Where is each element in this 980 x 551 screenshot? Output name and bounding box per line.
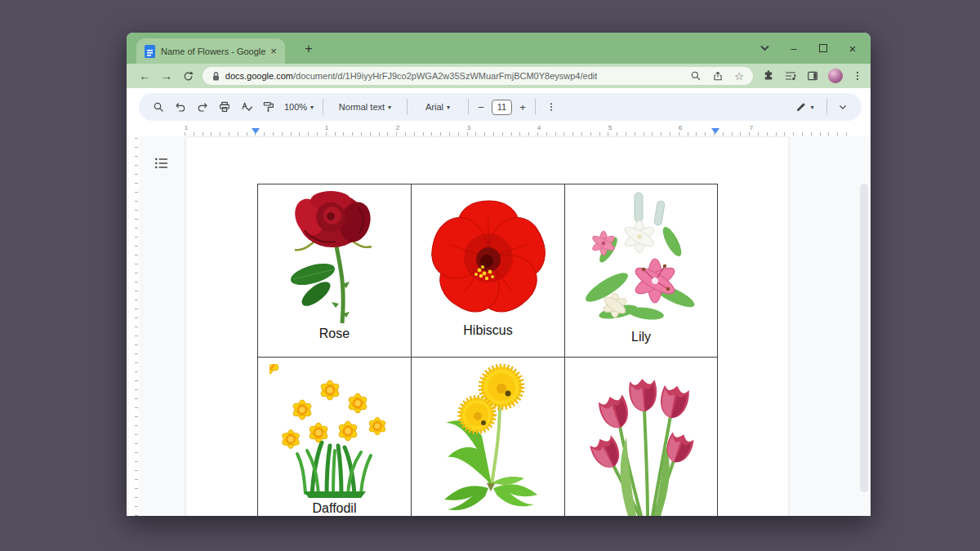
table-cell-tulip[interactable]: Tulip <box>565 358 718 516</box>
chevron-down-icon: ▾ <box>388 104 391 111</box>
media-controls-icon[interactable] <box>784 69 797 82</box>
font-size-input[interactable]: 11 <box>492 100 512 115</box>
decrease-font-size-button[interactable]: − <box>473 96 489 118</box>
extensions-puzzle-icon[interactable] <box>762 69 775 82</box>
chevron-down-icon: ▾ <box>447 104 450 111</box>
minimize-button[interactable]: – <box>779 33 808 64</box>
chrome-menu-kebab-icon[interactable] <box>852 69 863 82</box>
editing-mode-select[interactable]: ▾ <box>786 96 822 118</box>
close-window-button[interactable]: × <box>838 33 867 64</box>
browser-tab[interactable]: Name of Flowers - Google Docs × <box>136 38 285 64</box>
hibiscus-image <box>422 193 555 320</box>
paragraph-style-select[interactable]: Normal text▾ <box>327 96 403 118</box>
tab-search-chevron-icon[interactable] <box>750 33 779 64</box>
tab-title: Name of Flowers - Google Docs <box>161 47 267 56</box>
flower-label[interactable]: Rose <box>319 327 350 341</box>
scrollbar-thumb[interactable] <box>860 184 868 492</box>
daffodil-image <box>270 364 400 498</box>
maximize-button[interactable] <box>808 33 838 64</box>
side-panel-icon[interactable] <box>806 69 819 82</box>
horizontal-ruler[interactable]: 1 1 2 3 4 5 6 7 <box>139 124 862 136</box>
lily-image <box>576 191 706 328</box>
browser-titlebar: Name of Flowers - Google Docs × + – × <box>127 33 871 64</box>
browser-navbar: ← → docs.google.com/document/d/1H9iyyHrF… <box>127 64 871 88</box>
url-address-bar[interactable]: docs.google.com/document/d/1H9iyyHrFJ9co… <box>203 67 753 85</box>
url-text: docs.google.com/document/d/1H9iyyHrFJ9co… <box>225 71 597 81</box>
table-cell-daffodil[interactable]: Daffodil <box>258 358 412 516</box>
table-cell-rose[interactable]: Rose <box>258 184 412 358</box>
docs-toolbar: 100%▾ Normal text▾ Arial▾ − 11 + ▾ <box>139 93 862 121</box>
right-indent-marker[interactable] <box>711 128 719 134</box>
flower-label[interactable]: Daffodil <box>313 501 357 516</box>
table-cell-dandelion[interactable]: Dandelion <box>412 358 565 516</box>
font-family-select[interactable]: Arial▾ <box>412 96 464 118</box>
table-cell-lily[interactable]: Lily <box>565 184 718 358</box>
bookmark-star-icon[interactable]: ☆ <box>734 70 744 82</box>
vertical-scrollbar[interactable] <box>858 136 871 516</box>
paint-format-icon[interactable] <box>257 96 279 118</box>
zoom-page-icon[interactable] <box>690 70 702 82</box>
chevron-down-icon: ▾ <box>310 104 314 111</box>
document-outline-icon[interactable] <box>151 153 172 174</box>
share-icon[interactable] <box>712 70 724 82</box>
lock-icon <box>212 71 220 82</box>
increase-font-size-button[interactable]: + <box>514 96 531 118</box>
table-cell-hibiscus[interactable]: Hibiscus <box>412 184 565 358</box>
hide-menus-chevron-icon[interactable] <box>831 96 853 118</box>
document-area: Rose <box>127 136 871 516</box>
left-indent-marker[interactable] <box>252 128 260 134</box>
flower-label[interactable]: Hibiscus <box>463 323 512 338</box>
browser-window: Name of Flowers - Google Docs × + – × ← … <box>127 33 871 516</box>
zoom-select[interactable]: 100%▾ <box>279 96 318 118</box>
flower-label[interactable]: Lily <box>631 330 651 344</box>
window-controls: – × <box>750 33 867 64</box>
vertical-ruler <box>129 136 139 516</box>
redo-icon[interactable] <box>191 96 213 118</box>
google-docs-favicon-icon <box>145 45 155 58</box>
print-icon[interactable] <box>213 96 235 118</box>
flower-table: Rose <box>257 184 718 516</box>
profile-avatar[interactable] <box>828 69 843 83</box>
more-options-kebab-icon[interactable] <box>540 96 562 118</box>
chevron-down-icon: ▾ <box>810 104 813 111</box>
tulip-image <box>576 362 706 516</box>
new-tab-button[interactable]: + <box>300 41 318 59</box>
undo-icon[interactable] <box>169 96 191 118</box>
dandelion-image <box>423 361 554 516</box>
back-icon[interactable]: ← <box>134 69 156 82</box>
spell-check-icon[interactable] <box>235 96 257 118</box>
forward-icon[interactable]: → <box>156 69 178 82</box>
search-menus-icon[interactable] <box>147 96 169 118</box>
document-page[interactable]: Rose <box>186 137 788 516</box>
rose-image <box>274 189 396 325</box>
tab-close-icon[interactable]: × <box>267 45 280 58</box>
docs-toolbar-area: 100%▾ Normal text▾ Arial▾ − 11 + ▾ <box>127 88 871 136</box>
reload-icon[interactable] <box>177 70 199 82</box>
